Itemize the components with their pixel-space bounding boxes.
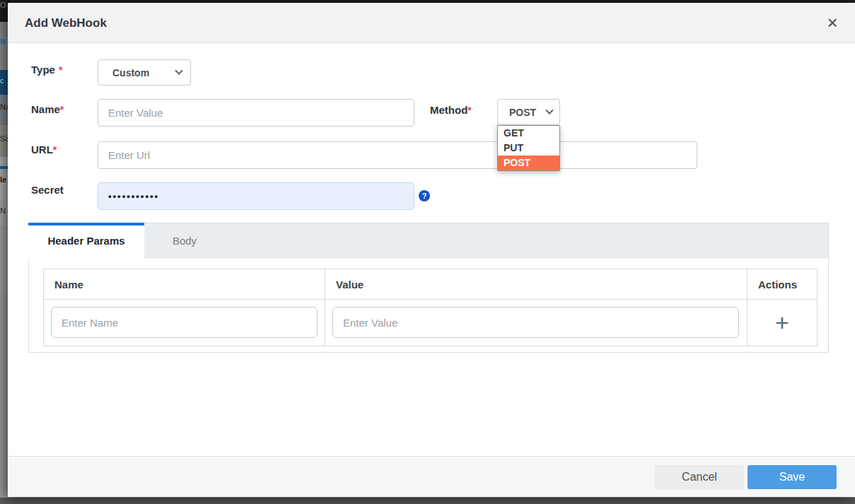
- table-header-row: Name Value Actions: [44, 269, 817, 300]
- modal-footer: Cancel Save: [8, 456, 855, 497]
- backdrop-fragment: [0, 157, 8, 166]
- param-name-input[interactable]: [51, 307, 318, 338]
- type-select-value: Custom: [112, 67, 149, 78]
- backdrop-fragment: N: [0, 37, 8, 49]
- method-select[interactable]: POST: [497, 99, 560, 125]
- secret-label: Secret: [31, 184, 64, 196]
- header-actions-text: Actions: [758, 269, 797, 300]
- add-param-button[interactable]: +: [748, 300, 817, 346]
- url-label-text: URL: [31, 143, 53, 156]
- chevron-down-icon: [545, 106, 553, 114]
- page: O N c Na Sa le N Add WebHook × Type* Cus…: [0, 0, 855, 504]
- header-cell-actions: Actions: [748, 269, 817, 299]
- header-name-text: Name: [54, 269, 83, 300]
- method-label-text: Method: [430, 104, 467, 116]
- header-cell-value: Value: [325, 269, 748, 299]
- name-input[interactable]: [98, 99, 414, 127]
- method-label: Method*: [430, 104, 472, 116]
- background-bottom-bar: [0, 498, 855, 504]
- method-option-post[interactable]: POST: [498, 156, 559, 170]
- url-input[interactable]: [98, 141, 697, 169]
- cancel-button[interactable]: Cancel: [655, 465, 744, 489]
- type-select[interactable]: Custom: [98, 59, 191, 86]
- help-icon[interactable]: ?: [419, 190, 430, 201]
- chevron-down-icon: [175, 66, 182, 74]
- header-value-text: Value: [336, 269, 363, 300]
- type-label-text: Type: [31, 64, 55, 76]
- name-required-asterisk: *: [60, 104, 64, 115]
- params-table: Name Value Actions: [43, 269, 818, 346]
- tab-body[interactable]: Body: [144, 223, 225, 258]
- close-icon[interactable]: ×: [822, 13, 842, 33]
- backdrop-fragment: [0, 293, 8, 504]
- url-required-asterisk: *: [53, 144, 57, 156]
- background-left-strip: O N c Na Sa le N: [0, 0, 8, 504]
- secret-input[interactable]: [98, 182, 414, 210]
- modal-header: Add WebHook ×: [8, 3, 855, 43]
- backdrop-fragment: c: [0, 70, 8, 95]
- name-label-text: Name: [31, 103, 60, 115]
- backdrop-fragment: Na: [0, 95, 8, 125]
- backdrop-fragment: [0, 226, 8, 293]
- row-cell-actions: +: [748, 300, 817, 346]
- method-dropdown-list: GET PUT POST: [497, 125, 560, 171]
- url-label: URL*: [31, 143, 57, 156]
- backdrop-fragment: [0, 49, 8, 70]
- name-label: Name*: [31, 103, 64, 115]
- type-label: Type*: [31, 64, 62, 76]
- param-value-input[interactable]: [332, 307, 739, 338]
- type-required-asterisk: *: [59, 64, 62, 76]
- row-cell-value: [325, 300, 748, 346]
- backdrop-fragment: N: [0, 200, 8, 226]
- row-cell-name: [44, 300, 325, 346]
- backdrop-fragment: le: [0, 169, 8, 200]
- method-select-value: POST: [509, 107, 536, 118]
- backdrop-fragment: [0, 22, 8, 37]
- save-button[interactable]: Save: [748, 465, 837, 489]
- method-option-put[interactable]: PUT: [498, 141, 559, 156]
- modal-title: Add WebHook: [25, 3, 107, 43]
- header-cell-name: Name: [44, 269, 325, 299]
- method-option-get[interactable]: GET: [498, 126, 559, 141]
- params-panel: Header Params Body Name Value Actions: [28, 223, 829, 353]
- add-webhook-modal: Add WebHook × Type* Custom Name* Method*…: [8, 3, 855, 497]
- secret-label-text: Secret: [31, 184, 64, 196]
- backdrop-fragment: Sa: [0, 125, 8, 157]
- tab-header-params[interactable]: Header Params: [28, 223, 144, 259]
- backdrop-fragment: O: [0, 0, 8, 22]
- table-row: +: [44, 300, 817, 346]
- method-required-asterisk: *: [467, 105, 471, 116]
